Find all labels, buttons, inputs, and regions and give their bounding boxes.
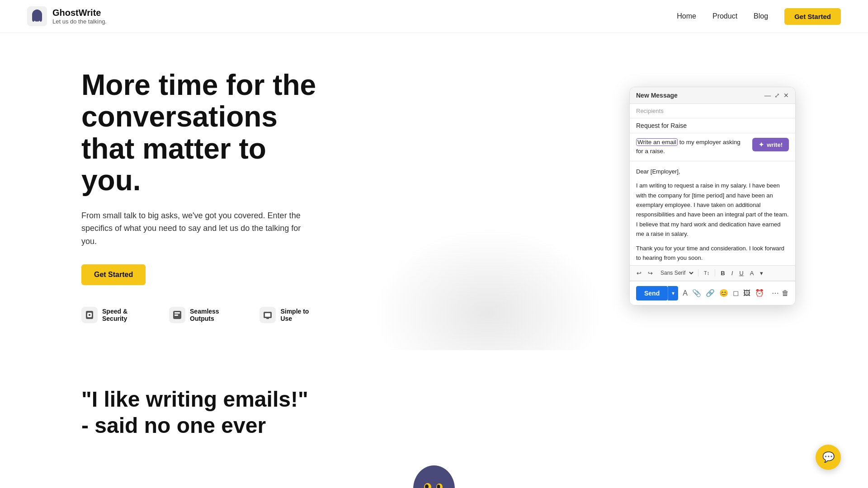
nav-link-product[interactable]: Product [712,12,737,20]
brand-logo [27,6,47,26]
modal-title: New Message [636,92,678,99]
hero-description: From small talk to big asks, we've got y… [81,209,316,248]
footer-schedule-icon[interactable]: ⏰ [755,289,764,297]
modal-subject-field[interactable]: Request for Raise [630,118,795,133]
svg-rect-9 [175,314,178,316]
hero-left: More time for the conversations that mat… [81,69,316,323]
ghost-character [407,461,461,488]
feature-seamless-outputs: Seamless Outputs [169,307,238,323]
toolbar-more[interactable]: ▾ [758,268,765,278]
hero-title: More time for the conversations that mat… [81,69,316,197]
send-button-group: Send ▾ [636,286,678,300]
send-arrow-button[interactable]: ▾ [668,286,678,300]
footer-format-icon[interactable]: A [683,289,688,297]
svg-point-13 [413,465,455,488]
write-button-icon: ✦ [759,141,764,148]
toolbar-redo[interactable]: ↪ [646,268,655,278]
toolbar-text-color[interactable]: A [748,268,756,278]
hero-section: More time for the conversations that mat… [0,33,868,350]
email-modal: New Message — ⤢ ✕ Recipients Request for… [629,87,796,305]
seamless-outputs-icon [169,307,185,323]
modal-recipients-field[interactable]: Recipients [630,104,795,118]
write-button[interactable]: ✦ write! [752,138,789,151]
modal-header-icons: — ⤢ ✕ [764,92,789,99]
toolbar-italic[interactable]: I [729,268,736,278]
toolbar-text-size[interactable]: T↕ [702,269,712,277]
write-button-label: write! [767,141,783,148]
testimonial-line1: "I like writing emails!" [81,386,787,413]
toolbar-undo[interactable]: ↩ [634,268,644,278]
brand-name: GhostWrite [52,8,107,18]
toolbar-divider-2 [715,269,715,277]
nav-link-blog[interactable]: Blog [754,12,768,20]
modal-minimize-icon[interactable]: — [764,92,771,99]
feature-seamless-outputs-label: Seamless Outputs [190,308,238,322]
footer-more-icon[interactable]: ⋯ [772,289,779,297]
chat-fab[interactable]: 💬 [816,445,841,470]
modal-body-p3: Thank you for your time and consideratio… [636,244,789,263]
svg-rect-12 [266,318,269,319]
footer-attach-icon[interactable]: 📎 [692,289,701,297]
hero-cta-button[interactable]: Get Started [81,264,146,285]
feature-speed-security-label: Speed & Security [102,308,147,322]
testimonial-line2: - said no one ever [81,413,787,439]
svg-rect-8 [175,312,180,314]
footer-icons: A 📎 🔗 😊 ◻ 🖼 ⏰ [683,289,764,297]
toolbar-underline[interactable]: U [737,268,745,278]
chat-fab-icon: 💬 [822,451,835,463]
modal-prompt-highlighted: Write an email [636,138,678,146]
toolbar-font-select[interactable]: Sans Serif [657,268,695,277]
hero-blob [371,160,606,350]
modal-toolbar: ↩ ↪ Sans Serif T↕ B I U A ▾ [630,265,795,281]
brand: GhostWrite Let us do the talking. [27,6,107,26]
modal-header: New Message — ⤢ ✕ [630,87,795,104]
modal-footer: Send ▾ A 📎 🔗 😊 ◻ 🖼 ⏰ ⋯ 🗑 [630,281,795,305]
simple-to-use-icon [259,307,276,323]
svg-rect-6 [89,314,90,316]
modal-prompt-area: Write an email to my employer asking for… [630,133,795,161]
nav-cta-button[interactable]: Get Started [784,8,841,25]
modal-body[interactable]: Dear [Employer], I am writing to request… [630,161,795,265]
feature-simple-to-use-label: Simple to Use [280,308,316,322]
hero-features: Speed & Security Seamless Outputs Simple… [81,307,316,323]
nav-link-home[interactable]: Home [677,12,696,20]
brand-tagline: Let us do the talking. [52,18,107,25]
speed-security-icon [81,307,98,323]
modal-prompt-text: Write an email to my employer asking for… [636,138,749,156]
footer-emoji-icon[interactable]: 😊 [719,289,728,297]
modal-subject-text: Request for Raise [636,122,687,129]
send-button[interactable]: Send [636,286,668,300]
modal-recipients-placeholder: Recipients [636,108,664,114]
footer-trash-icon[interactable]: 🗑 [782,289,789,297]
nav-links: Home Product Blog Get Started [677,8,841,25]
footer-link-icon[interactable]: 🔗 [706,289,715,297]
brand-text: GhostWrite Let us do the talking. [52,8,107,25]
svg-rect-11 [265,313,270,317]
feature-speed-security: Speed & Security [81,307,147,323]
modal-close-icon[interactable]: ✕ [783,92,789,99]
modal-body-p2: I am writing to request a raise in my sa… [636,181,789,239]
hero-right: New Message — ⤢ ✕ Recipients Request for… [629,87,796,305]
testimonial-section: "I like writing emails!" - said no one e… [0,350,868,456]
toolbar-divider-1 [698,269,698,277]
navbar: GhostWrite Let us do the talking. Home P… [0,0,868,33]
modal-body-p1: Dear [Employer], [636,167,789,176]
footer-photo-icon[interactable]: 🖼 [743,289,750,297]
ghost-area [0,456,868,488]
feature-simple-to-use: Simple to Use [259,307,316,323]
toolbar-bold[interactable]: B [718,268,727,278]
modal-expand-icon[interactable]: ⤢ [774,92,780,99]
footer-drive-icon[interactable]: ◻ [733,289,739,297]
